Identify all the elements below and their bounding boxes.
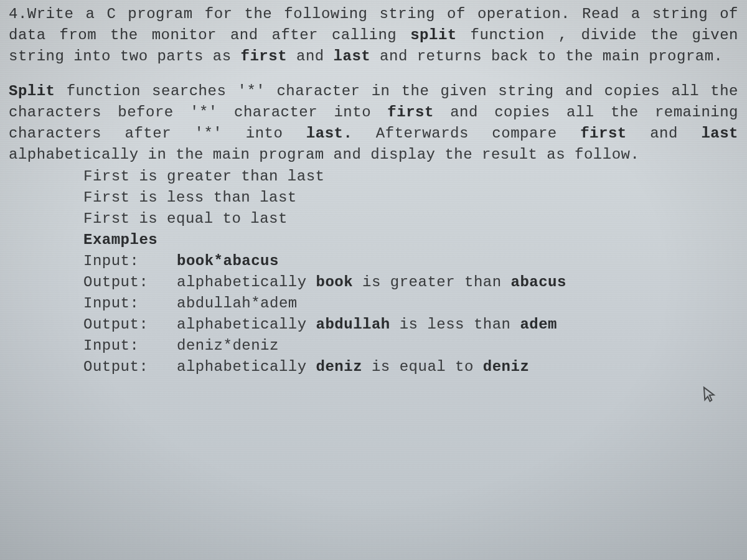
output-last: adem [520, 316, 557, 333]
paragraph-1: 4.Write a C program for the following st… [9, 4, 738, 67]
result-line-1: First is greater than last [83, 166, 738, 187]
examples-list: Input: book*abacus Output: alphabeticall… [83, 251, 738, 378]
example-input-row: Input: abdullah*adem [83, 293, 738, 314]
output-text: alphabetically [177, 274, 316, 291]
examples-heading-text: Examples [83, 231, 157, 248]
input-label: Input: [83, 335, 177, 357]
p1-and: and [287, 48, 334, 65]
p2-last: last. [306, 125, 353, 142]
input-value: book*abacus [177, 251, 279, 272]
p2-f: alphabetically in the main program and d… [9, 146, 639, 163]
p1-split: split [410, 27, 457, 44]
example-input-row: Input: book*abacus [83, 251, 738, 272]
p2-d: Afterwards compare [352, 125, 580, 142]
output-value: alphabetically book is greater than abac… [177, 272, 566, 293]
examples-heading: Examples [83, 230, 738, 251]
result-line-3: First is equal to last [83, 208, 738, 230]
output-mid: is greater than [353, 274, 510, 291]
output-text: alphabetically [177, 358, 316, 375]
p2-splitword: Split [9, 83, 55, 100]
output-text: alphabetically [177, 316, 316, 333]
output-first: abdullah [316, 316, 390, 333]
example-output-row: Output: alphabetically deniz is equal to… [83, 357, 738, 378]
p1-last: last [334, 48, 371, 65]
output-last: abacus [511, 274, 566, 291]
input-value: abdullah*adem [177, 293, 298, 314]
p2-first2: first [580, 125, 627, 142]
p2-e: and [627, 125, 702, 142]
output-label: Output: [83, 314, 177, 335]
output-mid: is equal to [362, 358, 483, 375]
output-last: deniz [483, 358, 530, 375]
result-line-2: First is less than last [83, 187, 738, 208]
example-input-row: Input: deniz*deniz [83, 335, 738, 357]
example-output-row: Output: alphabetically abdullah is less … [83, 314, 738, 335]
output-first: book [316, 274, 354, 291]
output-label: Output: [83, 272, 177, 293]
output-value: alphabetically deniz is equal to deniz [177, 357, 529, 378]
document-page: 4.Write a C program for the following st… [0, 0, 747, 378]
input-value: deniz*deniz [177, 335, 279, 357]
mouse-cursor-icon [703, 385, 718, 408]
input-label: Input: [83, 293, 177, 314]
paragraph-2: Split function searches '*' character in… [9, 81, 738, 166]
input-label: Input: [83, 251, 177, 272]
p2-first: first [387, 104, 434, 121]
p2-last2: last [701, 125, 738, 142]
p1-tail: and returns back to the main program. [370, 48, 723, 65]
example-output-row: Output: alphabetically book is greater t… [83, 272, 738, 293]
p1-first: first [241, 48, 288, 65]
input-value-bold: book*abacus [177, 253, 279, 269]
output-first: deniz [316, 358, 363, 375]
output-value: alphabetically abdullah is less than ade… [177, 314, 557, 335]
output-label: Output: [83, 357, 177, 378]
output-mid: is less than [390, 316, 520, 333]
